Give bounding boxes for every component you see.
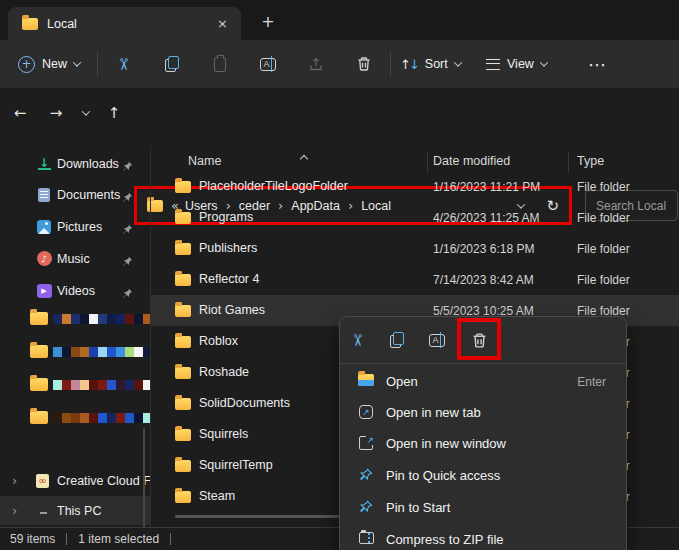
file-name: SolidDocuments	[199, 396, 290, 410]
menu-item-open[interactable]: Open Enter	[344, 367, 622, 398]
copy-button[interactable]	[380, 323, 414, 357]
back-button[interactable]	[6, 98, 34, 128]
file-date-modified: 4/26/2023 11:25 AM	[433, 211, 540, 225]
pin-icon	[356, 500, 376, 514]
tab-local[interactable]: Local ×	[8, 7, 241, 40]
rename-button[interactable]	[252, 40, 284, 88]
up-button[interactable]	[100, 98, 128, 128]
zip-icon	[359, 532, 374, 544]
column-divider[interactable]	[427, 152, 428, 172]
creative-cloud-icon	[36, 474, 49, 488]
new-button-label: New	[42, 57, 67, 71]
chevron-right-icon[interactable]	[12, 503, 17, 518]
menu-divider	[340, 363, 626, 364]
menu-item-pin-to-start[interactable]: Pin to Start	[344, 493, 622, 524]
sidebar-scrollbar[interactable]	[143, 428, 145, 527]
menu-item-label: Open in new window	[386, 436, 506, 451]
file-name: Riot Games	[199, 303, 265, 317]
sidebar-item-redacted-folder[interactable]	[0, 302, 150, 335]
forward-button[interactable]	[42, 98, 70, 128]
copy-button[interactable]	[156, 40, 188, 88]
column-header-date-modified[interactable]: Date modified	[433, 154, 510, 168]
sidebar-item-label: Videos	[57, 284, 95, 298]
folder-icon	[175, 398, 191, 410]
folder-icon	[30, 411, 48, 424]
column-header-type[interactable]: Type	[577, 154, 604, 168]
table-row[interactable]: Publishers 1/16/2023 6:18 PM File folder	[151, 233, 679, 264]
new-button[interactable]: New	[14, 40, 84, 88]
table-row[interactable]: PlaceholderTileLogoFolder 1/16/2023 11:2…	[151, 171, 679, 202]
selection-count: 1 item selected	[78, 532, 159, 546]
sidebar-item-downloads[interactable]: Downloads	[0, 148, 150, 179]
menu-item-open-new-tab[interactable]: Open in new tab	[344, 398, 622, 429]
sidebar-item-music[interactable]: Music	[0, 243, 150, 274]
new-tab-button[interactable]: +	[255, 9, 281, 33]
file-date-modified: 7/14/2023 8:42 AM	[433, 273, 534, 287]
sidebar-item-label: Downloads	[57, 157, 119, 171]
sidebar-item-redacted-folder[interactable]	[0, 335, 150, 368]
view-icon	[486, 59, 500, 70]
sidebar-item-pictures[interactable]: Pictures	[0, 211, 150, 242]
item-count: 59 items	[10, 532, 55, 546]
context-menu-icon-row	[340, 317, 626, 362]
table-row[interactable]: Reflector 4 7/14/2023 8:42 AM File folde…	[151, 264, 679, 295]
sidebar-item-label: Creative Cloud F	[57, 474, 150, 488]
navigation-row: Users ceder AppData Local Search Local	[0, 88, 679, 140]
trash-icon	[356, 56, 372, 72]
file-name: Squirrels	[199, 427, 248, 441]
folder-icon	[22, 18, 38, 30]
menu-item-open-new-window[interactable]: Open in new window	[344, 429, 622, 460]
sidebar-item-redacted-folder[interactable]	[0, 368, 150, 401]
toolbar-divider	[390, 51, 391, 77]
status-divider	[66, 533, 67, 545]
cut-button[interactable]	[108, 40, 140, 88]
pin-icon	[122, 158, 133, 176]
sidebar-item-label: This PC	[57, 504, 150, 518]
delete-button[interactable]	[348, 40, 380, 88]
sort-button[interactable]: ↑↓ Sort	[400, 40, 461, 88]
folder-icon	[175, 336, 191, 348]
music-icon	[37, 251, 52, 266]
column-header-name[interactable]: Name	[188, 154, 221, 168]
documents-icon	[38, 188, 50, 202]
sidebar-item-documents[interactable]: Documents	[0, 179, 150, 210]
sidebar-item-this-pc[interactable]: This PC	[0, 496, 150, 525]
folder-icon	[175, 243, 191, 255]
file-name: Roshade	[199, 365, 249, 379]
cut-icon	[115, 57, 134, 70]
chevron-down-icon	[454, 58, 462, 66]
file-explorer-window: Local × + New ↑↓	[0, 0, 679, 550]
cut-button[interactable]	[341, 323, 375, 357]
sidebar-item-redacted-folder[interactable]	[0, 401, 150, 434]
menu-item-shortcut: Enter	[577, 375, 606, 389]
pin-icon	[122, 221, 133, 239]
close-tab-icon[interactable]: ×	[214, 16, 231, 31]
paste-button[interactable]	[204, 40, 236, 88]
redacted-name-mosaic	[53, 413, 150, 423]
share-button[interactable]	[300, 40, 332, 88]
sidebar-item-label: Pictures	[57, 220, 102, 234]
file-type: File folder	[577, 242, 630, 256]
status-divider	[170, 533, 171, 545]
sidebar-item-creative-cloud[interactable]: Creative Cloud F	[0, 466, 150, 495]
menu-item-compress-zip[interactable]: Compress to ZIP file	[344, 525, 622, 550]
recent-locations-button[interactable]	[72, 98, 100, 128]
file-name: Steam	[199, 489, 235, 503]
tab-label: Local	[47, 17, 214, 31]
file-date-modified: 1/16/2023 6:18 PM	[433, 242, 534, 256]
column-divider[interactable]	[568, 152, 569, 172]
folder-icon	[30, 312, 48, 325]
view-button[interactable]: View	[486, 40, 547, 88]
menu-item-pin-quick-access[interactable]: Pin to Quick access	[344, 461, 622, 492]
folder-icon	[175, 212, 191, 224]
rename-button[interactable]	[420, 323, 454, 357]
redacted-name-mosaic	[53, 347, 150, 357]
pictures-icon	[37, 220, 51, 234]
chevron-down-icon	[73, 58, 81, 66]
chevron-right-icon[interactable]	[12, 473, 17, 488]
table-row[interactable]: Programs 4/26/2023 11:25 AM File folder	[151, 202, 679, 233]
tab-bar: Local × +	[0, 0, 679, 40]
see-more-button[interactable]	[580, 40, 614, 88]
sidebar: Downloads Documents Pictures Music Video…	[0, 146, 150, 527]
videos-icon	[37, 284, 52, 298]
